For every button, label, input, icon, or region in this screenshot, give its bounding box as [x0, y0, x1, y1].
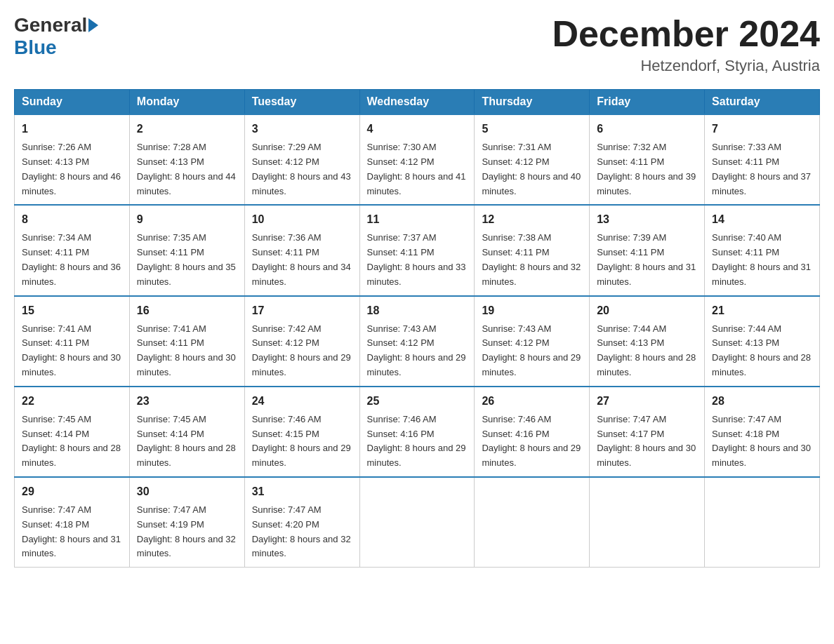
day-number: 13 — [597, 211, 697, 228]
day-cell — [705, 477, 820, 568]
day-number: 8 — [22, 211, 122, 228]
day-cell: 18 Sunrise: 7:43 AM Sunset: 4:12 PM Dayl… — [359, 296, 475, 387]
location-title: Hetzendorf, Styria, Austria — [552, 57, 820, 75]
month-title: December 2024 — [552, 14, 820, 54]
day-info: Sunrise: 7:46 AM Sunset: 4:15 PM Dayligh… — [252, 412, 352, 471]
day-cell: 7 Sunrise: 7:33 AM Sunset: 4:11 PM Dayli… — [705, 114, 820, 205]
day-number: 15 — [22, 302, 122, 319]
day-info: Sunrise: 7:34 AM Sunset: 4:11 PM Dayligh… — [22, 231, 122, 289]
day-cell: 10 Sunrise: 7:36 AM Sunset: 4:11 PM Dayl… — [244, 205, 359, 295]
day-info: Sunrise: 7:26 AM Sunset: 4:13 PM Dayligh… — [22, 140, 122, 199]
day-info: Sunrise: 7:44 AM Sunset: 4:13 PM Dayligh… — [712, 322, 812, 380]
day-cell: 11 Sunrise: 7:37 AM Sunset: 4:11 PM Dayl… — [359, 205, 475, 295]
day-cell: 21 Sunrise: 7:44 AM Sunset: 4:13 PM Dayl… — [705, 296, 820, 387]
day-info: Sunrise: 7:42 AM Sunset: 4:12 PM Dayligh… — [252, 322, 352, 380]
header-day-sunday: Sunday — [15, 90, 130, 115]
day-cell: 16 Sunrise: 7:41 AM Sunset: 4:11 PM Dayl… — [129, 296, 244, 387]
day-info: Sunrise: 7:47 AM Sunset: 4:17 PM Dayligh… — [597, 412, 697, 471]
logo-blue-text: Blue — [14, 36, 57, 59]
day-cell: 14 Sunrise: 7:40 AM Sunset: 4:11 PM Dayl… — [705, 205, 820, 295]
day-cell: 3 Sunrise: 7:29 AM Sunset: 4:12 PM Dayli… — [244, 114, 359, 205]
day-info: Sunrise: 7:43 AM Sunset: 4:12 PM Dayligh… — [367, 322, 468, 380]
day-number: 30 — [137, 483, 237, 500]
day-number: 23 — [137, 393, 237, 410]
day-info: Sunrise: 7:30 AM Sunset: 4:12 PM Dayligh… — [367, 140, 468, 199]
day-number: 4 — [367, 121, 468, 137]
header-day-monday: Monday — [129, 90, 244, 115]
day-cell: 31 Sunrise: 7:47 AM Sunset: 4:20 PM Dayl… — [244, 477, 359, 568]
day-number: 1 — [22, 121, 122, 137]
logo-general-text: General — [14, 14, 87, 36]
day-cell: 28 Sunrise: 7:47 AM Sunset: 4:18 PM Dayl… — [705, 387, 820, 477]
day-number: 14 — [712, 211, 812, 228]
day-cell — [475, 477, 590, 568]
day-number: 9 — [137, 211, 237, 228]
day-cell: 9 Sunrise: 7:35 AM Sunset: 4:11 PM Dayli… — [129, 205, 244, 295]
day-number: 3 — [252, 121, 352, 137]
calendar-table: SundayMondayTuesdayWednesdayThursdayFrid… — [14, 89, 820, 568]
day-number: 24 — [252, 393, 352, 410]
day-cell — [359, 477, 475, 568]
day-cell: 2 Sunrise: 7:28 AM Sunset: 4:13 PM Dayli… — [129, 114, 244, 205]
day-info: Sunrise: 7:28 AM Sunset: 4:13 PM Dayligh… — [137, 140, 237, 199]
day-info: Sunrise: 7:46 AM Sunset: 4:16 PM Dayligh… — [367, 412, 468, 471]
day-info: Sunrise: 7:37 AM Sunset: 4:11 PM Dayligh… — [367, 231, 468, 289]
day-number: 10 — [252, 211, 352, 228]
day-number: 18 — [367, 302, 468, 319]
day-cell: 13 Sunrise: 7:39 AM Sunset: 4:11 PM Dayl… — [590, 205, 705, 295]
day-cell: 20 Sunrise: 7:44 AM Sunset: 4:13 PM Dayl… — [590, 296, 705, 387]
week-row-1: 1 Sunrise: 7:26 AM Sunset: 4:13 PM Dayli… — [15, 114, 820, 205]
header-day-tuesday: Tuesday — [244, 90, 359, 115]
day-number: 5 — [482, 121, 582, 137]
day-cell: 27 Sunrise: 7:47 AM Sunset: 4:17 PM Dayl… — [590, 387, 705, 477]
day-info: Sunrise: 7:46 AM Sunset: 4:16 PM Dayligh… — [482, 412, 582, 471]
day-cell: 12 Sunrise: 7:38 AM Sunset: 4:11 PM Dayl… — [475, 205, 590, 295]
day-info: Sunrise: 7:41 AM Sunset: 4:11 PM Dayligh… — [22, 322, 122, 380]
header-day-friday: Friday — [590, 90, 705, 115]
header-day-thursday: Thursday — [475, 90, 590, 115]
day-number: 26 — [482, 393, 582, 410]
day-info: Sunrise: 7:33 AM Sunset: 4:11 PM Dayligh… — [712, 140, 812, 199]
day-number: 19 — [482, 302, 582, 319]
day-cell: 5 Sunrise: 7:31 AM Sunset: 4:12 PM Dayli… — [475, 114, 590, 205]
day-info: Sunrise: 7:29 AM Sunset: 4:12 PM Dayligh… — [252, 140, 352, 199]
week-row-5: 29 Sunrise: 7:47 AM Sunset: 4:18 PM Dayl… — [15, 477, 820, 568]
day-info: Sunrise: 7:39 AM Sunset: 4:11 PM Dayligh… — [597, 231, 697, 289]
day-number: 31 — [252, 483, 352, 500]
day-cell: 29 Sunrise: 7:47 AM Sunset: 4:18 PM Dayl… — [15, 477, 130, 568]
day-info: Sunrise: 7:31 AM Sunset: 4:12 PM Dayligh… — [482, 140, 582, 199]
day-info: Sunrise: 7:45 AM Sunset: 4:14 PM Dayligh… — [22, 412, 122, 471]
logo-arrow-icon — [88, 18, 98, 32]
week-row-3: 15 Sunrise: 7:41 AM Sunset: 4:11 PM Dayl… — [15, 296, 820, 387]
header-day-wednesday: Wednesday — [359, 90, 475, 115]
day-cell: 17 Sunrise: 7:42 AM Sunset: 4:12 PM Dayl… — [244, 296, 359, 387]
day-info: Sunrise: 7:47 AM Sunset: 4:18 PM Dayligh… — [22, 503, 122, 561]
day-number: 11 — [367, 211, 468, 228]
day-cell: 1 Sunrise: 7:26 AM Sunset: 4:13 PM Dayli… — [15, 114, 130, 205]
day-info: Sunrise: 7:38 AM Sunset: 4:11 PM Dayligh… — [482, 231, 582, 289]
day-number: 16 — [137, 302, 237, 319]
week-row-4: 22 Sunrise: 7:45 AM Sunset: 4:14 PM Dayl… — [15, 387, 820, 477]
day-cell: 8 Sunrise: 7:34 AM Sunset: 4:11 PM Dayli… — [15, 205, 130, 295]
title-area: December 2024 Hetzendorf, Styria, Austri… — [552, 14, 820, 75]
day-cell: 24 Sunrise: 7:46 AM Sunset: 4:15 PM Dayl… — [244, 387, 359, 477]
day-number: 21 — [712, 302, 812, 319]
day-cell: 15 Sunrise: 7:41 AM Sunset: 4:11 PM Dayl… — [15, 296, 130, 387]
day-info: Sunrise: 7:36 AM Sunset: 4:11 PM Dayligh… — [252, 231, 352, 289]
header-row: SundayMondayTuesdayWednesdayThursdayFrid… — [15, 90, 820, 115]
day-info: Sunrise: 7:47 AM Sunset: 4:19 PM Dayligh… — [137, 503, 237, 561]
logo: General Blue — [14, 14, 100, 59]
day-number: 27 — [597, 393, 697, 410]
day-number: 6 — [597, 121, 697, 137]
day-number: 25 — [367, 393, 468, 410]
day-cell: 30 Sunrise: 7:47 AM Sunset: 4:19 PM Dayl… — [129, 477, 244, 568]
day-info: Sunrise: 7:44 AM Sunset: 4:13 PM Dayligh… — [597, 322, 697, 380]
day-number: 20 — [597, 302, 697, 319]
day-cell: 6 Sunrise: 7:32 AM Sunset: 4:11 PM Dayli… — [590, 114, 705, 205]
day-number: 28 — [712, 393, 812, 410]
day-cell — [590, 477, 705, 568]
day-info: Sunrise: 7:32 AM Sunset: 4:11 PM Dayligh… — [597, 140, 697, 199]
day-cell: 19 Sunrise: 7:43 AM Sunset: 4:12 PM Dayl… — [475, 296, 590, 387]
day-number: 7 — [712, 121, 812, 137]
day-number: 2 — [137, 121, 237, 137]
